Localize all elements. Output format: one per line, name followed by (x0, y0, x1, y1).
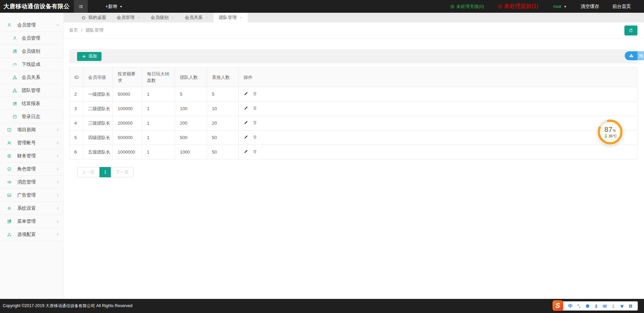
sidebar-item-member-manage[interactable]: 会员管理 (0, 32, 63, 45)
toolbox-icon[interactable] (626, 301, 635, 311)
table-cell: 5 (175, 87, 207, 102)
clear-cache-button[interactable]: 清空缓存 (581, 3, 599, 10)
sidebar-item-option-config[interactable]: 选项配置 (0, 228, 63, 241)
netdisk-cloud-icon (625, 51, 637, 60)
table-cell: 200 (175, 116, 207, 131)
table-cell: 2 (69, 87, 83, 102)
sidebar-item-member-level[interactable]: 会员级别 (0, 45, 63, 58)
edit-button[interactable] (244, 120, 248, 126)
cpu-temp-gauge-widget[interactable]: 87% 36°C (598, 119, 623, 145)
table-row: 3二级团队长100000110010 (69, 102, 637, 116)
sidebar-item-team-manage[interactable]: 团队管理 (0, 84, 63, 97)
keyboard-icon[interactable] (600, 301, 609, 311)
sidebar-toggle-button[interactable] (74, 0, 88, 13)
table-cell: 200000 (113, 116, 142, 131)
sidebar-item-label: 角色管理 (17, 166, 36, 172)
chevron-down-icon (55, 23, 60, 28)
front-home-button[interactable]: 前台首页 (612, 3, 631, 10)
plus-icon (82, 54, 86, 59)
thermometer-icon (603, 134, 608, 138)
gauge-icon (12, 62, 17, 67)
tab-team-manage[interactable]: 团队管理 (214, 13, 248, 22)
drag-handle-label: 拖 (637, 51, 644, 60)
close-icon[interactable] (205, 16, 208, 19)
table-cell: 10 (207, 102, 239, 116)
close-icon[interactable] (137, 16, 140, 19)
emoji-icon[interactable] (583, 301, 592, 311)
table-cell: 1 (142, 102, 175, 116)
sidebar-item-member-manage-group[interactable]: 会员管理 (0, 19, 63, 32)
operation-cell (239, 145, 637, 159)
table-cell: 5 (69, 131, 83, 145)
edit-button[interactable] (244, 106, 248, 112)
pending-withdraw-badge[interactable]: 未处理提款(1) (498, 3, 538, 10)
delete-button[interactable] (253, 106, 257, 112)
sidebar-item-message-manage[interactable]: 消息管理 (0, 176, 63, 189)
table-cell: 1 (142, 131, 175, 145)
sidebar-item-label: 菜单管理 (17, 218, 36, 225)
tab-member-manage[interactable]: 会员管理 (111, 13, 146, 22)
next-page-button[interactable]: 下一页 (111, 167, 133, 177)
trash-icon (253, 120, 257, 125)
edit-button[interactable] (244, 149, 248, 155)
mic-icon[interactable] (592, 301, 600, 311)
punctuation-icon[interactable]: °, (575, 301, 583, 311)
sidebar-item-label: 选项配置 (17, 231, 36, 238)
refresh-button[interactable] (624, 25, 637, 35)
sidebar-item-menu-manage[interactable]: 菜单管理 (0, 215, 63, 228)
sidebar-item-login-log[interactable]: 登录日志 (0, 110, 63, 123)
sidebar-item-role-manage[interactable]: 角色管理 (0, 163, 63, 176)
sidebar-item-admin-account[interactable]: 管理帐号 (0, 136, 63, 149)
page-1-button[interactable]: 1 (99, 167, 111, 177)
delete-button[interactable] (253, 120, 257, 126)
sidebar-item-project-news[interactable]: 项目新闻 (0, 123, 63, 136)
drag-handle-widget[interactable]: 拖 (625, 51, 644, 60)
close-icon[interactable] (171, 16, 174, 19)
delete-button[interactable] (253, 135, 257, 140)
chinese-mode-icon[interactable]: 中 (566, 301, 575, 311)
breadcrumb-row: 首页 / 团队管理 (64, 22, 644, 39)
table-cell: 6 (69, 145, 83, 159)
sidebar-item-settlement-report[interactable]: 结算报表 (0, 97, 63, 110)
column-header: 团队人数 (175, 67, 207, 87)
add-button[interactable]: 添加 (77, 52, 101, 61)
account-icon[interactable] (609, 301, 618, 311)
new-dropdown[interactable]: +新增 (106, 3, 124, 10)
pencil-icon (244, 91, 248, 96)
tab-label: 会员管理 (117, 14, 135, 21)
chevron-left-icon (55, 140, 60, 145)
sidebar-item-downline-commission[interactable]: 下线提成 (0, 58, 63, 71)
edit-button[interactable] (244, 135, 248, 140)
sidebar-item-system-settings[interactable]: 系统设置 (0, 202, 63, 215)
user-menu[interactable]: root (554, 4, 568, 9)
delete-button[interactable] (253, 149, 257, 155)
trash-icon (253, 106, 257, 111)
edit-button[interactable] (244, 91, 248, 97)
topbar: 大唐移动通信设备有限公 +新增 未处理充值(0) 未处理提款(1) root 清… (0, 0, 644, 13)
sidebar-item-ad-manage[interactable]: 广告管理 (0, 189, 63, 202)
sidebar-item-member-relation[interactable]: 会员关系 (0, 71, 63, 84)
tools-icon (7, 232, 12, 237)
breadcrumb: 首页 / 团队管理 (69, 27, 104, 33)
delete-button[interactable] (253, 91, 257, 97)
add-button-label: 添加 (88, 53, 97, 59)
main-area: 我的桌面会员管理会员级别会员关系团队管理 首页 / 团队管理 添加 ID会员等级… (64, 13, 644, 299)
close-icon[interactable] (239, 16, 243, 19)
username: root (554, 4, 561, 9)
pagination: 上一页 1 下一页 (77, 167, 637, 177)
pending-recharge-badge[interactable]: 未处理充值(0) (450, 3, 484, 10)
sogou-logo-icon[interactable]: S (552, 300, 563, 311)
operation-cell (239, 116, 637, 131)
skin-icon[interactable] (618, 301, 626, 311)
tab-desktop[interactable]: 我的桌面 (76, 13, 111, 22)
table-cell: 一级团队长 (83, 87, 113, 102)
tab-member-level[interactable]: 会员级别 (146, 13, 180, 22)
sidebar-item-finance-manage[interactable]: 财务管理 (0, 149, 63, 163)
table-cell: 20 (207, 116, 239, 131)
prev-page-button[interactable]: 上一页 (77, 167, 100, 177)
ime-toolbar: S 中°, (553, 301, 638, 311)
table-cell: 500 (175, 131, 207, 145)
tab-member-relation[interactable]: 会员关系 (180, 13, 214, 22)
column-header: 投资额要求 (113, 67, 142, 87)
breadcrumb-home-link[interactable]: 首页 (69, 27, 78, 33)
